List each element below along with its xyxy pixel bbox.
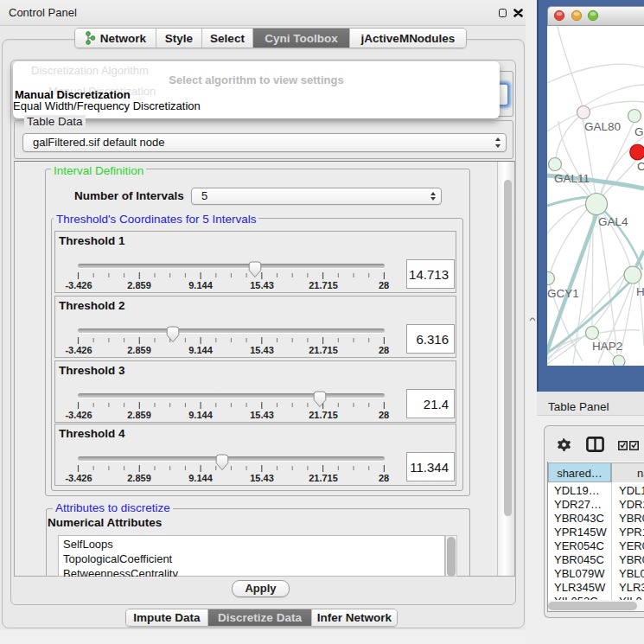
svg-text:H: H — [636, 285, 644, 298]
svg-text:C: C — [637, 160, 644, 173]
svg-text:HAP2: HAP2 — [592, 340, 622, 353]
svg-text:GAL80: GAL80 — [584, 120, 621, 133]
svg-text:GCY1: GCY1 — [547, 287, 579, 300]
svg-text:GAL4: GAL4 — [598, 215, 628, 228]
svg-text:G: G — [634, 125, 644, 138]
svg-text:GAL11: GAL11 — [554, 172, 590, 185]
